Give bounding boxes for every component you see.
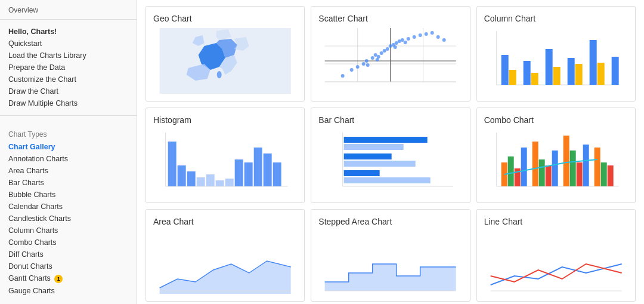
svg-point-41 xyxy=(394,45,397,49)
sidebar-link-candlestick[interactable]: Candlestick Charts xyxy=(8,213,128,225)
chart-grid: Geo Chart xyxy=(145,6,636,302)
stepped-svg xyxy=(318,252,462,294)
sidebar-link-combo[interactable]: Combo Charts xyxy=(8,237,128,248)
svg-point-40 xyxy=(376,58,379,62)
svg-point-24 xyxy=(380,51,383,55)
svg-rect-63 xyxy=(206,174,215,186)
svg-rect-86 xyxy=(538,159,544,186)
svg-rect-69 xyxy=(264,153,272,186)
svg-rect-90 xyxy=(569,151,575,186)
sidebar-link-load[interactable]: Load the Charts Library xyxy=(8,50,128,62)
svg-point-18 xyxy=(356,65,360,69)
main-content: Geo Chart xyxy=(137,0,644,304)
sidebar-link-prepare[interactable]: Prepare the Data xyxy=(8,62,128,73)
column-chart-area xyxy=(484,28,628,94)
svg-rect-64 xyxy=(216,180,224,186)
svg-rect-82 xyxy=(507,156,513,186)
histogram-chart-card[interactable]: Histogram xyxy=(145,108,305,203)
geo-svg xyxy=(153,28,297,94)
column-svg xyxy=(484,28,628,94)
sidebar-top-links: Hello, Charts! Quickstart Load the Chart… xyxy=(0,20,137,110)
scatter-chart-card[interactable]: Scatter Chart xyxy=(311,6,470,102)
svg-marker-98 xyxy=(325,264,456,291)
svg-rect-76 xyxy=(344,161,416,167)
svg-point-8 xyxy=(217,71,222,78)
svg-point-21 xyxy=(371,56,374,60)
sidebar-link-column[interactable]: Column Charts xyxy=(8,225,128,237)
sidebar-link-customize[interactable]: Customize the Chart xyxy=(8,73,128,85)
svg-point-25 xyxy=(383,49,386,53)
column-chart-card[interactable]: Column Chart xyxy=(476,6,636,102)
line-chart-area xyxy=(484,231,628,294)
histogram-svg xyxy=(153,130,297,195)
svg-rect-85 xyxy=(532,142,538,186)
svg-rect-94 xyxy=(600,162,606,186)
sidebar-link-area[interactable]: Area Charts xyxy=(8,165,128,177)
line-chart-title: Line Chart xyxy=(484,217,628,226)
sidebar-link-gallery[interactable]: Chart Gallery xyxy=(8,141,128,153)
svg-rect-46 xyxy=(501,55,508,85)
sidebar-link-bubble[interactable]: Bubble Charts xyxy=(8,189,128,201)
sidebar-link-quickstart[interactable]: Quickstart xyxy=(8,38,128,50)
svg-rect-51 xyxy=(553,67,560,85)
svg-rect-67 xyxy=(244,162,253,186)
svg-rect-70 xyxy=(273,162,281,186)
gantt-badge: 1 xyxy=(54,275,63,283)
column-chart-title: Column Chart xyxy=(484,14,628,23)
sidebar: Overview Hello, Charts! Quickstart Load … xyxy=(0,0,137,304)
sidebar-link-draw-multiple[interactable]: Draw Multiple Charts xyxy=(8,97,128,109)
scatter-svg xyxy=(318,28,462,94)
bar-chart-area xyxy=(318,130,462,195)
svg-point-37 xyxy=(436,35,440,39)
stepped-area-chart-card[interactable]: Stepped Area Chart xyxy=(311,209,470,302)
svg-point-32 xyxy=(407,37,410,41)
sidebar-link-hello[interactable]: Hello, Charts! xyxy=(8,26,128,38)
sidebar-link-draw[interactable]: Draw the Chart xyxy=(8,85,128,97)
svg-point-31 xyxy=(401,38,404,42)
svg-rect-54 xyxy=(589,40,596,85)
sidebar-link-annotation[interactable]: Annotation Charts xyxy=(8,153,128,165)
svg-rect-56 xyxy=(611,57,618,85)
svg-rect-49 xyxy=(531,73,538,85)
geo-chart-card[interactable]: Geo Chart xyxy=(145,6,305,102)
sidebar-link-gauge[interactable]: Gauge Charts xyxy=(8,285,128,297)
area-chart-card[interactable]: Area Chart xyxy=(145,209,305,302)
sidebar-overview: Overview xyxy=(0,0,137,20)
sidebar-link-calendar[interactable]: Calendar Charts xyxy=(8,201,128,213)
svg-point-38 xyxy=(442,38,446,42)
combo-chart-card[interactable]: Combo Chart xyxy=(476,108,636,203)
area-chart-title: Area Chart xyxy=(153,217,297,226)
overview-label: Overview xyxy=(8,6,38,14)
svg-point-33 xyxy=(413,35,416,39)
sidebar-link-diff[interactable]: Diff Charts xyxy=(8,248,128,260)
histogram-chart-title: Histogram xyxy=(153,115,297,125)
svg-rect-77 xyxy=(344,170,380,176)
sidebar-link-bar[interactable]: Bar Charts xyxy=(8,177,128,189)
geo-chart-area xyxy=(153,28,297,94)
svg-point-36 xyxy=(431,31,434,35)
svg-rect-60 xyxy=(178,165,186,186)
sidebar-link-donut[interactable]: Donut Charts xyxy=(8,260,128,272)
svg-point-26 xyxy=(386,47,389,51)
svg-point-22 xyxy=(374,53,377,57)
svg-rect-61 xyxy=(187,171,196,186)
svg-rect-47 xyxy=(509,70,516,85)
bar-chart-title: Bar Chart xyxy=(318,115,462,125)
sidebar-link-gantt[interactable]: Gantt Charts 1 xyxy=(8,272,128,285)
svg-point-29 xyxy=(395,41,398,45)
svg-rect-95 xyxy=(607,165,613,186)
svg-rect-65 xyxy=(225,179,234,186)
line-chart-card[interactable]: Line Chart xyxy=(476,209,636,302)
svg-rect-88 xyxy=(552,151,558,186)
combo-chart-area xyxy=(484,130,628,195)
svg-rect-73 xyxy=(344,137,428,143)
svg-rect-84 xyxy=(521,148,527,186)
svg-point-34 xyxy=(419,33,422,37)
bar-chart-card[interactable]: Bar Chart xyxy=(311,108,470,203)
area-svg xyxy=(153,252,297,294)
geo-chart-title: Geo Chart xyxy=(153,14,297,23)
histogram-chart-area xyxy=(153,130,297,195)
svg-rect-55 xyxy=(597,63,604,85)
svg-point-17 xyxy=(350,68,354,72)
svg-point-16 xyxy=(341,74,345,78)
